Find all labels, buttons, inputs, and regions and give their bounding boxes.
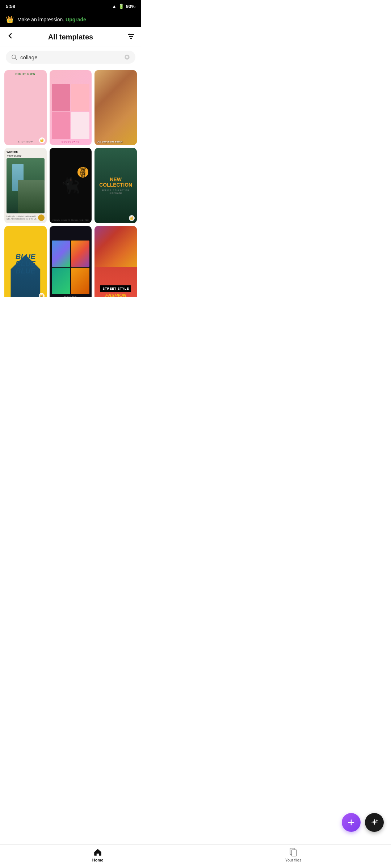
svg-line-6 bbox=[15, 58, 17, 60]
street-style-badge: STREET STYLE bbox=[100, 285, 131, 292]
spring-collection-text: SPRING COLLECTION bbox=[102, 189, 130, 191]
cat-silhouette: 🐈‍⬛ bbox=[61, 178, 80, 193]
right-now-text: RIGHT NOW bbox=[15, 72, 35, 76]
template-card-cat[interactable]: 🐈‍⬛ BLACK CATS NEED LOVE TOO CROWN HEIGH… bbox=[50, 148, 92, 223]
svg-point-3 bbox=[129, 34, 130, 35]
template-card-shop-now[interactable]: RIGHT NOW WOMENS MENS KIDS ACCESSORIES S… bbox=[4, 70, 47, 145]
battery-percentage: 93% bbox=[126, 4, 135, 9]
home-icon bbox=[93, 847, 102, 857]
nav-item-home[interactable]: Home bbox=[0, 847, 141, 862]
battery-icon: 🔋 bbox=[118, 4, 124, 9]
travel-body: Looking for buddy to travel the world wi… bbox=[7, 215, 38, 220]
status-bar: 5:58 ▲ 🔋 93% bbox=[0, 0, 141, 12]
search-icon bbox=[11, 54, 17, 60]
shop-online-text: SHOP ONLINE bbox=[110, 192, 122, 194]
status-right: ▲ 🔋 93% bbox=[112, 4, 135, 9]
travel-title: Wanted: bbox=[7, 150, 45, 153]
upgrade-link[interactable]: Upgrade bbox=[66, 17, 86, 22]
bottom-nav: Home Your files bbox=[0, 844, 141, 868]
upgrade-text: Make an impression. Upgrade bbox=[17, 17, 86, 22]
upgrade-banner: 👑 Make an impression. Upgrade bbox=[0, 12, 141, 27]
template-card-blue[interactable]: BLUEBLUEBLUE 👑 bbox=[4, 226, 47, 297]
travel-photo bbox=[7, 158, 45, 213]
photo-grid: WOMENS MENS KIDS ACCESSORIES bbox=[25, 78, 26, 138]
space-label: SPACE bbox=[64, 295, 77, 297]
fashion-text: FASHION bbox=[105, 293, 126, 297]
status-left: 5:58 bbox=[6, 4, 15, 9]
filter-button[interactable] bbox=[127, 32, 135, 42]
travel-subtitle: Travel Buddy bbox=[7, 154, 45, 157]
beach-label: Our Day at the Beach bbox=[97, 140, 122, 143]
status-time: 5:58 bbox=[6, 4, 15, 9]
cat-badge: BLACK CATS NEED LOVE TOO bbox=[77, 167, 88, 178]
home-label: Home bbox=[92, 858, 104, 862]
cat-shelter-text: CROWN HEIGHTS ANIMAL SHELTER bbox=[52, 219, 89, 221]
template-card-beach[interactable]: Our Day at the Beach bbox=[94, 70, 137, 145]
travel-logo bbox=[38, 214, 45, 221]
crown-badge-1: 👑 bbox=[39, 137, 45, 143]
template-card-moodboard[interactable]: MOODBOARD bbox=[50, 70, 92, 145]
crown-badge-7: 👑 bbox=[39, 293, 45, 297]
search-bar bbox=[0, 47, 141, 67]
svg-point-4 bbox=[132, 36, 133, 37]
svg-point-5 bbox=[12, 55, 16, 59]
new-collection-text: NEWCOLLECTION bbox=[99, 177, 132, 188]
page-title: All templates bbox=[48, 33, 93, 41]
space-grid bbox=[52, 241, 90, 294]
template-card-travel[interactable]: Wanted: Travel Buddy Looking for buddy t… bbox=[4, 148, 47, 223]
top-bar: All templates bbox=[0, 27, 141, 47]
search-input-wrap bbox=[6, 51, 135, 64]
shop-now-label: SHOP NOW bbox=[18, 141, 33, 143]
search-input[interactable] bbox=[20, 54, 121, 60]
crown-badge-6: 👑 bbox=[129, 215, 135, 221]
template-card-street[interactable]: STREET STYLE FASHION bbox=[94, 226, 137, 297]
template-grid: RIGHT NOW WOMENS MENS KIDS ACCESSORIES S… bbox=[0, 67, 141, 297]
template-card-space[interactable]: SPACE bbox=[50, 226, 92, 297]
moodboard-label: MOODBOARD bbox=[62, 141, 80, 143]
crown-icon: 👑 bbox=[6, 16, 14, 24]
mood-grid bbox=[52, 84, 90, 139]
blue-text: BLUEBLUEBLUE bbox=[16, 253, 35, 275]
clear-icon[interactable] bbox=[124, 54, 130, 60]
template-card-new-collection[interactable]: NEWCOLLECTION SPRING COLLECTION SHOP ONL… bbox=[94, 148, 137, 223]
street-text: STREET STYLE bbox=[102, 287, 129, 290]
back-button[interactable] bbox=[6, 31, 14, 42]
content-scroll: RIGHT NOW WOMENS MENS KIDS ACCESSORIES S… bbox=[0, 67, 141, 852]
wifi-icon: ▲ bbox=[112, 4, 117, 9]
